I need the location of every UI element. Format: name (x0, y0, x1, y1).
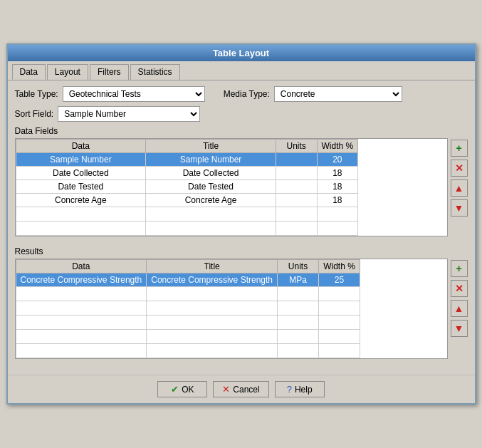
res-col-header-title: Title (147, 260, 278, 274)
help-label: Help (295, 385, 313, 395)
results-label: Results (15, 246, 468, 256)
help-button[interactable]: ? Help (275, 381, 325, 397)
res-col-header-units: Units (278, 260, 319, 274)
ok-check-icon: ✔ (171, 384, 179, 395)
sort-field-label: Sort Field: (15, 109, 54, 119)
data-fields-remove-button[interactable]: ✕ (451, 160, 468, 177)
data-fields-label: Data Fields (15, 126, 468, 136)
results-table-area: Data Title Units Width % Concrete Compre… (15, 259, 468, 363)
media-type-select[interactable]: Concrete (274, 86, 402, 102)
results-add-button[interactable]: + (451, 260, 468, 277)
table-row-empty (16, 344, 360, 358)
data-fields-box: Data Title Units Width % Sample NumberSa… (15, 138, 448, 236)
res-col-header-data: Data (16, 260, 147, 274)
table-row[interactable]: Concrete Compressive StrengthConcrete Co… (16, 274, 360, 287)
table-type-select[interactable]: Geotechnical Tests (63, 86, 205, 102)
main-window: Table Layout Data Layout Filters Statist… (6, 43, 476, 405)
results-remove-button[interactable]: ✕ (451, 280, 468, 297)
form-row-sort-field: Sort Field: Sample Number (15, 106, 468, 122)
tab-layout[interactable]: Layout (47, 64, 88, 80)
tab-filters[interactable]: Filters (90, 64, 129, 80)
results-down-button[interactable]: ▼ (451, 320, 468, 337)
table-row-empty (16, 330, 360, 344)
table-row-empty (16, 287, 360, 301)
table-row-empty (16, 207, 358, 222)
table-row[interactable]: Date CollectedDate Collected18 (16, 167, 358, 180)
tab-data[interactable]: Data (12, 64, 46, 80)
sort-field-select[interactable]: Sample Number (58, 106, 200, 122)
title-bar: Table Layout (8, 45, 475, 61)
table-row[interactable]: Sample NumberSample Number20 (16, 153, 358, 167)
results-section: Results Data Title Units Width % (15, 246, 468, 363)
ok-button[interactable]: ✔ OK (157, 381, 207, 397)
cancel-label: Cancel (233, 385, 259, 395)
window-title: Table Layout (213, 48, 269, 58)
data-fields-table: Data Title Units Width % Sample NumberSa… (16, 139, 359, 236)
table-row[interactable]: Concrete AgeConcrete Age18 (16, 194, 358, 207)
col-header-data: Data (16, 140, 146, 153)
results-buttons: + ✕ ▲ ▼ (451, 259, 468, 363)
table-row-empty (16, 222, 358, 236)
table-type-label: Table Type: (15, 89, 58, 99)
data-fields-add-button[interactable]: + (451, 140, 468, 157)
help-question-icon: ? (287, 384, 292, 395)
data-fields-down-button[interactable]: ▼ (451, 199, 468, 217)
ok-label: OK (182, 385, 194, 395)
table-row-empty (16, 316, 360, 330)
data-fields-table-area: Data Title Units Width % Sample NumberSa… (15, 138, 468, 241)
col-header-title: Title (146, 140, 276, 153)
results-box: Data Title Units Width % Concrete Compre… (15, 259, 448, 359)
data-fields-buttons: + ✕ ▲ ▼ (451, 138, 468, 241)
data-fields-section: Data Fields Data Title Units Width % (15, 126, 468, 241)
table-row-empty (16, 301, 360, 316)
table-row[interactable]: Date TestedDate Tested18 (16, 180, 358, 194)
results-up-button[interactable]: ▲ (451, 300, 468, 317)
footer: ✔ OK ✕ Cancel ? Help (8, 375, 475, 403)
col-header-width: Width % (317, 140, 358, 153)
media-type-label: Media Type: (224, 89, 270, 99)
res-col-header-width: Width % (319, 260, 360, 274)
cancel-x-icon: ✕ (222, 384, 230, 395)
results-table: Data Title Units Width % Concrete Compre… (16, 259, 361, 358)
tab-statistics[interactable]: Statistics (130, 64, 180, 80)
data-fields-up-button[interactable]: ▲ (451, 179, 468, 197)
content-area: Table Type: Geotechnical Tests Media Typ… (8, 80, 475, 375)
col-header-units: Units (276, 140, 317, 153)
cancel-button[interactable]: ✕ Cancel (213, 381, 268, 397)
tab-bar: Data Layout Filters Statistics (8, 61, 475, 80)
form-row-table-type: Table Type: Geotechnical Tests Media Typ… (15, 86, 468, 102)
